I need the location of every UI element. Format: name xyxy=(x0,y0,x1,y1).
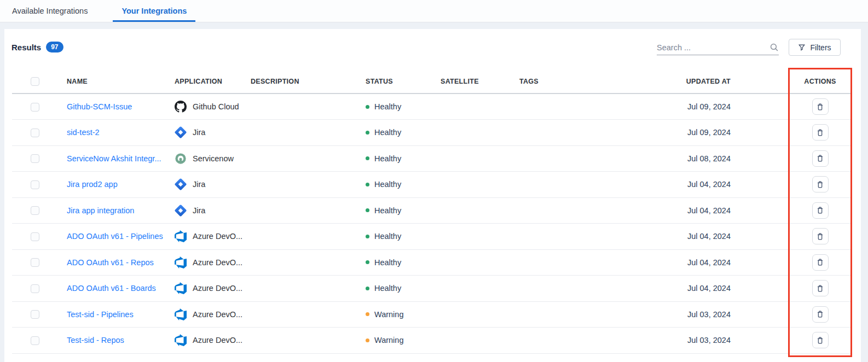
row-checkbox[interactable] xyxy=(31,154,39,163)
table-row: ADO OAuth v61 - Pipelines Azure DevO... … xyxy=(12,224,852,250)
trash-icon xyxy=(816,284,824,293)
tags-cell xyxy=(519,172,649,198)
delete-button[interactable] xyxy=(812,280,829,296)
tab-your-integrations[interactable]: Your Integrations xyxy=(113,2,195,22)
table-row: ADO OAuth v61 - Repos Azure DevO... Heal… xyxy=(12,249,852,276)
table-row: sid-test-2 Jira Healthy Jul 09, 2024 xyxy=(12,120,852,146)
satellite-cell xyxy=(441,328,519,354)
filters-label: Filters xyxy=(810,43,831,52)
status-label: Healthy xyxy=(374,258,401,267)
description-cell xyxy=(251,301,366,328)
description-cell xyxy=(251,120,366,146)
tags-cell xyxy=(519,301,649,328)
application-name: Azure DevO... xyxy=(193,310,242,319)
status-label: Healthy xyxy=(374,154,401,163)
delete-button[interactable] xyxy=(812,228,829,244)
satellite-cell xyxy=(441,249,519,276)
description-cell xyxy=(251,249,366,276)
search-input[interactable] xyxy=(657,43,769,52)
row-checkbox[interactable] xyxy=(31,310,39,319)
integration-name-link[interactable]: ADO OAuth v61 - Pipelines xyxy=(67,232,163,241)
integration-name-link[interactable]: Jira prod2 app xyxy=(67,180,118,189)
row-checkbox[interactable] xyxy=(31,284,39,293)
status-dot xyxy=(366,156,369,160)
application-name: Jira xyxy=(193,180,205,189)
status-dot xyxy=(366,183,369,186)
integration-name-link[interactable]: ADO OAuth v61 - Repos xyxy=(67,258,154,267)
table-row: Jira prod2 app Jira Healthy Jul 04, 2024 xyxy=(12,172,852,198)
integration-name-link[interactable]: Github-SCM-Issue xyxy=(67,102,132,111)
status-label: Healthy xyxy=(374,232,401,241)
status-label: Warning xyxy=(374,336,403,345)
search-box xyxy=(657,40,779,55)
delete-button[interactable] xyxy=(812,254,829,271)
trash-icon xyxy=(816,180,824,189)
delete-button[interactable] xyxy=(812,306,829,323)
row-checkbox[interactable] xyxy=(31,206,39,215)
satellite-cell xyxy=(441,197,519,224)
trash-icon xyxy=(816,310,824,318)
github-icon xyxy=(175,101,187,113)
status-label: Warning xyxy=(374,310,403,319)
trash-icon xyxy=(816,258,824,266)
column-header-tags: TAGS xyxy=(519,70,649,94)
integration-name-link[interactable]: sid-test-2 xyxy=(67,128,100,137)
delete-button[interactable] xyxy=(812,124,829,141)
status-dot xyxy=(366,338,369,342)
application-name: Azure DevO... xyxy=(193,232,242,241)
description-cell xyxy=(251,328,366,354)
jira-icon xyxy=(175,205,187,217)
application-name: Azure DevO... xyxy=(193,336,242,345)
application-name: Jira xyxy=(193,206,205,215)
integration-name-link[interactable]: ServiceNow Akshit Integr... xyxy=(67,154,161,163)
application-name: Azure DevO... xyxy=(193,258,242,267)
description-cell xyxy=(251,276,366,302)
row-checkbox[interactable] xyxy=(31,232,39,241)
trash-icon xyxy=(816,336,824,345)
row-checkbox[interactable] xyxy=(31,103,39,112)
table-row: Test-sid - Pipelines Azure DevO... Warni… xyxy=(12,301,852,328)
column-header-description: DESCRIPTION xyxy=(251,70,366,94)
results-summary: Results 97 xyxy=(11,42,63,52)
row-checkbox[interactable] xyxy=(31,336,39,345)
delete-button[interactable] xyxy=(812,176,829,192)
row-checkbox[interactable] xyxy=(31,180,39,189)
search-icon[interactable] xyxy=(769,43,779,52)
integrations-panel: Results 97 Filters xyxy=(4,29,861,362)
delete-button[interactable] xyxy=(812,98,829,115)
satellite-cell xyxy=(441,145,519,172)
table-row: Test-sid - Repos Azure DevO... Warning J… xyxy=(12,328,852,354)
trash-icon xyxy=(816,154,824,162)
updated-at: Jul 08, 2024 xyxy=(649,145,788,172)
filters-button[interactable]: Filters xyxy=(789,39,841,56)
tags-cell xyxy=(519,328,649,354)
azure-devops-icon xyxy=(175,256,187,268)
satellite-cell xyxy=(441,94,519,120)
application-name: Jira xyxy=(193,128,205,137)
updated-at: Jul 04, 2024 xyxy=(649,276,788,302)
row-checkbox[interactable] xyxy=(31,258,39,267)
row-checkbox[interactable] xyxy=(31,129,39,137)
column-header-satellite: SATELLITE xyxy=(441,70,519,94)
delete-button[interactable] xyxy=(812,202,829,219)
satellite-cell xyxy=(441,172,519,198)
updated-at: Jul 03, 2024 xyxy=(649,328,788,354)
integration-name-link[interactable]: Test-sid - Repos xyxy=(67,336,124,345)
integration-name-link[interactable]: Jira app integration xyxy=(67,206,134,215)
tags-cell xyxy=(519,276,649,302)
updated-at: Jul 04, 2024 xyxy=(649,249,788,276)
integration-name-link[interactable]: Test-sid - Pipelines xyxy=(67,310,134,319)
trash-icon xyxy=(816,232,824,241)
funnel-icon xyxy=(798,44,806,51)
updated-at: Jul 04, 2024 xyxy=(649,197,788,224)
delete-button[interactable] xyxy=(812,150,829,167)
description-cell xyxy=(251,172,366,198)
delete-button[interactable] xyxy=(812,332,829,348)
select-all-checkbox[interactable] xyxy=(31,77,39,86)
integration-name-link[interactable]: ADO OAuth v61 - Boards xyxy=(67,284,156,293)
satellite-cell xyxy=(441,276,519,302)
updated-at: Jul 03, 2024 xyxy=(649,301,788,328)
tab-available-integrations[interactable]: Available Integrations xyxy=(3,2,96,22)
table-row: Github-SCM-Issue Github Cloud Healthy Ju… xyxy=(12,94,852,120)
column-header-actions: ACTIONS xyxy=(788,70,852,94)
